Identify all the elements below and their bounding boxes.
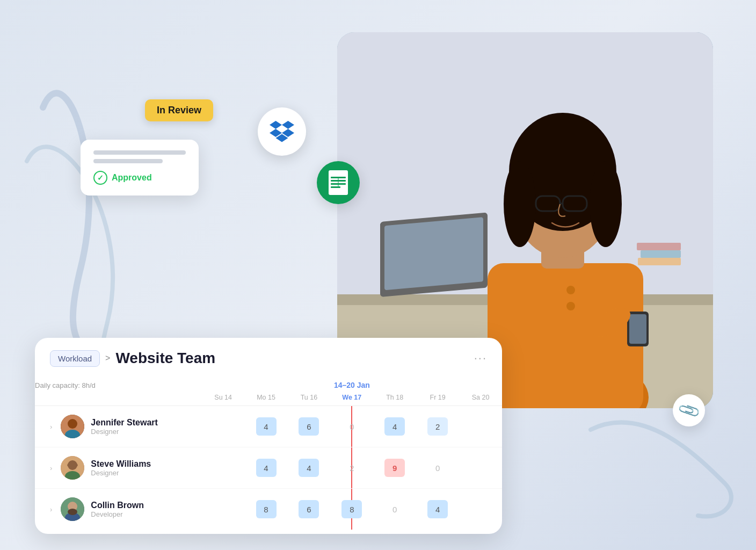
workload-card: Workload > Website Team ··· <box>35 338 502 534</box>
avatar-steve <box>61 456 84 480</box>
person-col-header <box>35 392 202 406</box>
table-row: › Jennifer Stewart <box>35 406 502 447</box>
person-info-steve: › Steve W <box>35 447 202 488</box>
capacity-label: Daily capacity: <box>35 381 80 389</box>
approved-line-1 <box>93 150 186 155</box>
steve-we17: 2 <box>330 447 373 489</box>
avatar-jennifer <box>61 415 84 438</box>
svg-point-41 <box>67 463 78 467</box>
col-sa20: Sa 20 <box>459 392 502 406</box>
svg-marker-24 <box>270 121 282 129</box>
dropbox-icon-circle <box>258 107 306 156</box>
steve-role: Designer <box>91 469 151 477</box>
col-mo15: Mo 15 <box>245 392 288 406</box>
collin-su14 <box>202 489 245 530</box>
col-fr19: Fr 19 <box>416 392 459 406</box>
table-wrapper: Daily capacity: 8h/d 14–20 Jan Su 14 Mo … <box>35 375 502 534</box>
date-range-header: 14–20 Jan <box>202 375 502 392</box>
approved-card-lines <box>93 150 186 163</box>
approved-text: Approved <box>112 173 152 183</box>
check-circle-icon: ✓ <box>93 171 107 185</box>
collin-we17: 8 <box>330 489 373 530</box>
dropbox-svg <box>270 121 294 142</box>
clip-icon: 📎 <box>677 398 702 423</box>
svg-marker-25 <box>282 121 294 129</box>
sheets-icon-circle <box>317 161 360 204</box>
svg-rect-8 <box>637 243 681 250</box>
person-info-jennifer: › Jennifer Stewart <box>35 406 202 447</box>
card-header-left: Workload > Website Team <box>50 350 215 367</box>
table-row: › <box>35 489 502 530</box>
svg-rect-33 <box>331 186 340 188</box>
col-th18: Th 18 <box>373 392 416 406</box>
person-cell-collin: › <box>35 489 202 530</box>
table-row: › Steve W <box>35 447 502 489</box>
workload-table: Daily capacity: 8h/d 14–20 Jan Su 14 Mo … <box>35 375 502 530</box>
date-range-row: Daily capacity: 8h/d 14–20 Jan <box>35 375 502 392</box>
col-tu16: Tu 16 <box>287 392 330 406</box>
approved-status: ✓ Approved <box>93 171 186 185</box>
expand-jennifer[interactable]: › <box>50 423 52 431</box>
svg-rect-6 <box>638 258 681 265</box>
svg-point-45 <box>68 509 77 515</box>
in-review-badge: In Review <box>145 99 213 121</box>
breadcrumb-arrow: > <box>105 353 110 363</box>
sheets-svg <box>326 169 350 196</box>
jennifer-info: Jennifer Stewart Designer <box>91 418 157 436</box>
person-cell-steve: › Steve W <box>35 447 202 489</box>
avatar-collin <box>61 497 84 521</box>
page-container: In Review ✓ Approved <box>0 0 756 550</box>
collin-th18: 0 <box>373 489 416 530</box>
days-header-row: Su 14 Mo 15 Tu 16 We 17 Th 18 Fr 19 Sa 2… <box>35 392 502 406</box>
collin-sa20 <box>459 489 502 530</box>
collin-name: Collin Brown <box>91 501 144 510</box>
jennifer-mo15: 4 <box>245 406 288 447</box>
expand-collin[interactable]: › <box>50 505 52 513</box>
steve-fr19: 0 <box>416 447 459 489</box>
svg-point-14 <box>504 161 536 247</box>
jennifer-we17: 0 <box>330 406 373 447</box>
jennifer-th18: 4 <box>373 406 416 447</box>
steve-su14 <box>202 447 245 489</box>
steve-name: Steve Williams <box>91 459 151 469</box>
svg-rect-10 <box>488 263 643 408</box>
approved-line-2 <box>93 159 163 163</box>
approved-card: ✓ Approved <box>81 140 199 196</box>
steve-th18: 9 <box>373 447 416 489</box>
workload-breadcrumb[interactable]: Workload <box>50 350 100 367</box>
collin-info: Collin Brown Developer <box>91 501 144 518</box>
card-header: Workload > Website Team ··· <box>35 338 502 375</box>
more-options-button[interactable]: ··· <box>474 351 487 365</box>
svg-rect-5 <box>384 217 483 290</box>
collin-tu16: 6 <box>287 489 330 530</box>
steve-tu16: 4 <box>287 447 330 489</box>
capacity-value: 8h/d <box>82 381 95 389</box>
svg-point-15 <box>590 161 622 247</box>
steve-sa20 <box>459 447 502 489</box>
in-review-text: In Review <box>157 105 201 115</box>
collin-role: Developer <box>91 510 144 518</box>
col-su14: Su 14 <box>202 392 245 406</box>
jennifer-sa20 <box>459 406 502 447</box>
expand-steve[interactable]: › <box>50 464 52 472</box>
capacity-header: Daily capacity: 8h/d <box>35 375 202 392</box>
collin-mo15: 8 <box>245 489 288 530</box>
svg-rect-7 <box>641 250 681 258</box>
jennifer-role: Designer <box>91 428 157 436</box>
svg-rect-22 <box>629 314 646 344</box>
col-we17: We 17 <box>330 392 373 406</box>
jennifer-tu16: 6 <box>287 406 330 447</box>
jennifer-su14 <box>202 406 245 447</box>
steve-info: Steve Williams Designer <box>91 459 151 477</box>
svg-point-20 <box>566 302 575 310</box>
svg-point-19 <box>566 286 575 294</box>
team-title: Website Team <box>115 350 215 367</box>
jennifer-name: Jennifer Stewart <box>91 418 157 428</box>
steve-mo15: 4 <box>245 447 288 489</box>
person-cell-jennifer: › Jennifer Stewart <box>35 406 202 447</box>
attachment-button[interactable]: 📎 <box>673 394 705 426</box>
jennifer-fr19: 2 <box>416 406 459 447</box>
person-info-collin: › <box>35 489 202 530</box>
svg-point-36 <box>68 419 77 429</box>
collin-fr19: 4 <box>416 489 459 530</box>
